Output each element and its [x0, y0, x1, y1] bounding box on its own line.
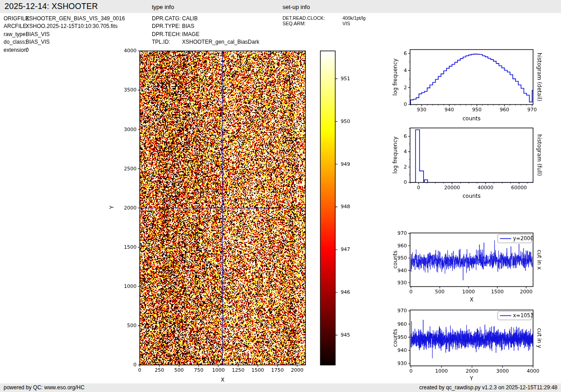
metadata-value: XSHOOTER_GEN_BIAS_VIS_349_0016 [26, 15, 125, 23]
hist-detail-side-label: histogram (detail) [536, 50, 543, 105]
metadata-row: ORIGFILE:XSHOOTER_GEN_BIAS_VIS_349_0016 [4, 15, 125, 23]
metadata-label: DPR.CATG: [152, 15, 182, 23]
metadata-value: BIAS_VIS [26, 31, 50, 38]
metadata-label: ARCFILE: [4, 23, 26, 30]
metadata-label: DPR.TECH: [152, 31, 182, 38]
metadata-label: DET.READ.CLOCK: [283, 15, 342, 21]
metadata-row: TPL.ID:XSHOOTER_gen_cal_BiasDark [152, 38, 259, 46]
type-info-header: type info [152, 4, 174, 10]
header-bar: 2025-12-14: XSHOOTER type info set-up in… [0, 0, 561, 13]
metadata-row: SEQ.ARM:VIS [283, 21, 365, 26]
type-info-list: DPR.CATG:CALIB DPR.TYPE:BIAS DPR.TECH:IM… [152, 15, 259, 46]
image-x-axis-label: X [140, 377, 306, 383]
page-title: 2025-12-14: XSHOOTER [5, 2, 98, 11]
colorbar [320, 51, 335, 365]
footer-left-text: powered by QC: www.eso.org/HC [4, 384, 84, 391]
cut-in-x-plot [410, 233, 533, 287]
hist-full-x-axis-label: counts [410, 193, 533, 199]
metadata-row: do_class:BIAS_VIS [4, 38, 125, 46]
hist-detail-x-axis-label: counts [410, 115, 533, 122]
cut-x-x-axis-label: X [410, 296, 533, 303]
cut-in-y-plot [410, 310, 533, 366]
metadata-row: DPR.TYPE:BIAS [152, 23, 259, 30]
qc-report-page: 2025-12-14: XSHOOTER type info set-up in… [0, 0, 561, 392]
image-y-axis-label: Y [109, 182, 115, 232]
cut-y-side-label: cut in y [536, 310, 543, 366]
metadata-label: extension: [4, 46, 26, 54]
metadata-row: DPR.TECH:IMAGE [152, 31, 259, 38]
file-metadata-list: ORIGFILE:XSHOOTER_GEN_BIAS_VIS_349_0016 … [4, 15, 125, 54]
metadata-row: DET.READ.CLOCK:400k/1pt/lg [283, 15, 365, 21]
metadata-value: 0 [26, 46, 29, 54]
metadata-value: BIAS [182, 23, 194, 30]
metadata-value: VIS [342, 21, 350, 26]
histogram-full-plot [410, 128, 533, 182]
metadata-row: DPR.CATG:CALIB [152, 15, 259, 23]
metadata-value: BIAS_VIS [26, 38, 50, 46]
metadata-value: XSHOOTER_gen_cal_BiasDark [182, 38, 259, 46]
hist-full-side-label: histogram (full) [536, 128, 543, 182]
metadata-row: extension:0 [4, 46, 125, 54]
histogram-detail-plot [410, 50, 533, 105]
footer-right-text: created by qc_rawdisp.py v1.2.3 on 2025-… [419, 384, 557, 391]
metadata-value: IMAGE [182, 31, 200, 38]
metadata-row: raw_type:BIAS_VIS [4, 31, 125, 38]
setup-info-header: set-up info [283, 4, 310, 10]
metadata-label: ORIGFILE: [4, 15, 26, 23]
metadata-value: 400k/1pt/lg [342, 15, 365, 21]
metadata-value: XSHOO.2025-12-15T10:10:30.705.fits [26, 23, 118, 30]
cut-y-y-axis-label: counts [392, 313, 398, 363]
bias-image-plot [140, 51, 306, 365]
metadata-label: DPR.TYPE: [152, 23, 182, 30]
cut-x-side-label: cut in x [536, 233, 543, 287]
cut-y-x-axis-label: Y [410, 375, 533, 382]
metadata-row: ARCFILE:XSHOO.2025-12-15T10:10:30.705.fi… [4, 23, 125, 30]
metadata-label: TPL.ID: [152, 38, 182, 46]
hist-detail-y-axis-label: log frequency [392, 52, 398, 102]
hist-full-y-axis-label: log frequency [392, 130, 398, 180]
metadata-value: CALIB [182, 15, 198, 23]
metadata-label: do_class: [4, 38, 26, 46]
metadata-label: SEQ.ARM: [283, 21, 342, 26]
metadata-label: raw_type: [4, 31, 26, 38]
setup-info-list: DET.READ.CLOCK:400k/1pt/lg SEQ.ARM:VIS [283, 15, 365, 26]
cut-x-y-axis-label: counts [392, 235, 398, 284]
